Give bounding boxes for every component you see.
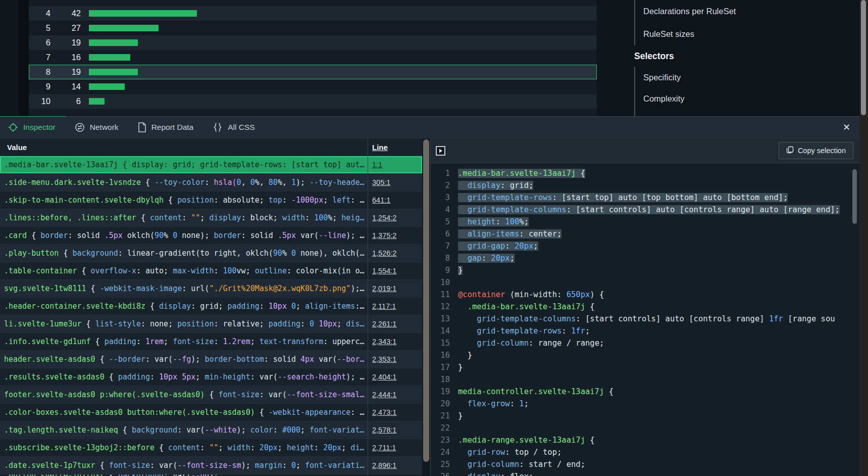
value-table-row[interactable]: .card { border: solid .5px oklch(90% 0 n… [0,227,422,245]
line-link[interactable]: 2,444:1 [372,391,396,399]
code-line: 20 flex-grow: 1; [431,398,859,410]
tab-inspector[interactable]: Inspector [8,122,56,132]
value-table-row[interactable]: .date.svelte-1p7tuxr { font-size: var(--… [0,457,422,474]
row-count: 19 [50,38,81,47]
line-link[interactable]: 2,404:1 [372,373,396,381]
value-table-row[interactable]: .info.svelte-gd1unf { padding: 1rem; fon… [0,333,422,351]
code-scrollbar-thumb[interactable] [852,169,857,224]
code-line-content: grid-column: start / end; [458,458,585,470]
line-number: 16 [431,349,450,361]
value-table-row[interactable]: header.svelte-asdas0 { --border: var(--f… [0,351,422,368]
value-table-row[interactable]: .side-menu.dark.svelte-1vsndze { --toy-c… [0,174,422,192]
value-table-row[interactable]: li.svelte-1ume3ur { list-style: none; po… [0,315,422,333]
value-table-row[interactable]: svg.svelte-1tw8111 { -webkit-mask-image:… [0,280,422,298]
code-line-content: } [458,361,463,373]
line-number: 13 [431,313,450,325]
value-table-row[interactable]: .table-container { overflow-x: auto; max… [0,262,422,280]
value-table-row[interactable]: .skip-to-main-content.svelte-dbylqh { po… [0,192,422,209]
line-link[interactable]: 305:1 [372,178,390,186]
network-icon [75,122,85,132]
line-link[interactable]: 1,526:2 [372,249,396,257]
tab-network[interactable]: Network [75,122,119,132]
line-link[interactable]: 1,254:2 [372,214,396,222]
nav-item-declarations-per-ruleset[interactable]: Declarations per RuleSet [643,0,856,23]
css-rule-preview: li.svelte-1ume3ur { list-style: none; po… [0,315,368,332]
page-scrollbar-thumb[interactable] [861,0,866,115]
css-rule-preview: .media-bar.svelte-13aai7j { display: gri… [0,156,368,173]
crosshair-icon [8,122,18,132]
code-editor[interactable]: 1.media-bar.svelte-13aai7j {2 display: g… [431,163,859,476]
column-header-line[interactable]: Line [368,138,422,156]
line-link[interactable]: 2,578:1 [372,426,396,434]
code-line: 26 display: flex; [431,470,859,476]
value-table-row[interactable]: .play-button { background: linear-gradie… [0,245,422,262]
code-line: 5 height: 100%; [431,216,859,228]
css-rule-preview: .card { border: solid .5px oklch(90% 0 n… [0,227,368,244]
css-rule-preview: .date.svelte-1p7tuxr { font-size: var(--… [0,457,368,474]
line-link[interactable]: 2,343:1 [372,338,396,346]
code-line-content: grid-column: range / range; [458,337,604,349]
css-rule-preview: .side-menu.dark.svelte-1vsndze { --toy-c… [0,174,368,191]
page-scrollbar[interactable] [859,0,868,476]
nav-item-ruleset-sizes[interactable]: RuleSet sizes [643,23,856,45]
line-number: 21 [431,410,450,422]
tab-label: All CSS [228,123,254,132]
line-link[interactable]: 641:1 [372,196,390,204]
line-link[interactable]: 2,261:1 [372,320,396,328]
value-table-row[interactable]: .header-container.svelte-kbdi8z { displa… [0,298,422,315]
tab-report-data[interactable]: Report Data [138,122,194,132]
line-number: 11 [431,289,450,301]
ruleset-size-row[interactable]: 106 [29,94,597,109]
code-line: 6 align-items: center; [431,228,859,240]
copy-selection-button[interactable]: Copy selection [779,142,853,159]
value-table-row[interactable]: .tag.length.svelte-naikeq { background: … [0,421,422,439]
panel-toggle-icon[interactable] [436,146,445,156]
value-table-row[interactable]: .media-bar.svelte-13aai7j { display: gri… [0,156,422,174]
value-table-row[interactable]: .results.svelte-asdas0 { padding: 10px 5… [0,368,422,386]
code-line: 25 grid-column: start / end; [431,458,859,470]
count-bar [89,10,197,17]
ruleset-size-row[interactable]: 527 [29,21,597,35]
css-rule-preview: .play-button { background: linear-gradie… [0,245,368,262]
line-link[interactable]: 2,473:1 [372,408,396,416]
row-count: 14 [50,82,81,91]
line-number: 20 [431,398,450,410]
line-number: 19 [431,386,450,398]
value-table-row[interactable]: .lines::before, .lines::after { content:… [0,209,422,227]
tab-all-css[interactable]: All CSS [213,122,254,132]
line-cell: 641:1 [368,192,422,209]
line-link[interactable]: 1,554:1 [372,267,396,275]
line-link[interactable]: 2,117:1 [372,302,396,310]
count-bar [89,69,138,75]
value-table-row[interactable]: .color-boxes.svelte-asdas0 button:where(… [0,404,422,421]
row-label: 10 [29,97,50,106]
line-link[interactable]: 2,896:1 [372,461,396,469]
ruleset-size-row[interactable]: 442 [29,6,597,21]
nav-item-specificity[interactable]: Specificity [643,67,856,88]
value-table-row[interactable]: .subscribe.svelte-13gboj2::before { cont… [0,439,422,457]
css-rule-preview: header.svelte-asdas0 { --border: var(--f… [0,351,368,368]
value-table-scrollbar-thumb[interactable] [423,139,429,462]
code-line-content: grid-template-rows: [start top] auto [to… [458,192,788,204]
code-line: 22 [431,422,859,434]
value-table-scrollbar[interactable] [422,138,430,476]
code-line: 10 [431,276,859,289]
ruleset-size-row[interactable]: 819 [29,65,597,79]
code-line-content: height: 100%; [458,216,529,228]
code-line: 15 grid-column: range / range; [431,337,859,349]
line-number: 25 [431,458,450,470]
nav-item-complexity[interactable]: Complexity [643,88,856,109]
value-table-rows: .media-bar.svelte-13aai7j { display: gri… [0,156,422,476]
line-link[interactable]: 2,353:1 [372,355,396,363]
value-table-row[interactable]: footer.svelte-asdas0 p:where(.svelte-asd… [0,386,422,404]
line-link[interactable]: 1:1 [372,161,382,169]
line-link[interactable]: 1,375:2 [372,231,396,240]
row-label: 5 [29,23,50,33]
ruleset-size-row[interactable]: 716 [29,50,597,65]
ruleset-size-row[interactable]: 914 [29,79,597,94]
close-icon[interactable]: ✕ [843,121,850,133]
line-link[interactable]: 2,019:1 [372,284,396,293]
ruleset-size-row[interactable]: 619 [29,35,597,50]
line-link[interactable]: 2,711:1 [372,444,396,452]
code-line: 8 gap: 20px; [431,252,859,264]
